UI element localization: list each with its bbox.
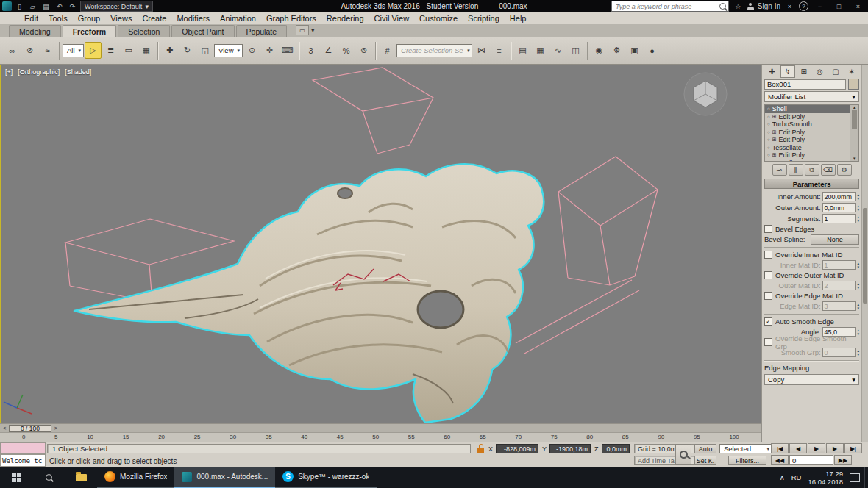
make-unique-icon[interactable]: ⧉	[805, 164, 819, 176]
scroll-thumb[interactable]	[863, 208, 867, 304]
angle-snap-icon[interactable]: ∠	[320, 42, 337, 59]
time-slider[interactable]: < 0 / 100 >	[0, 423, 761, 432]
minimize-button[interactable]: −	[812, 1, 828, 12]
spinner-icon[interactable]: ▴▾	[858, 349, 860, 356]
display-tab-icon[interactable]: ▢	[828, 65, 844, 78]
close-button[interactable]: ×	[850, 1, 866, 12]
redo-icon[interactable]: ↷	[67, 1, 78, 11]
viewport[interactable]: [+] [Orthographic] [Shaded]	[0, 65, 761, 423]
unlink-selection-icon[interactable]: ⊘	[21, 42, 38, 59]
remove-modifier-icon[interactable]: ⌫	[821, 164, 836, 176]
named-selection-combobox[interactable]: Create Selection Se▾	[396, 44, 472, 57]
key-filters-button[interactable]: Filters...	[728, 456, 766, 465]
ribbon-tab-populate[interactable]: Populate	[236, 25, 287, 37]
menu-animation[interactable]: Animation	[215, 14, 261, 23]
modifier-row[interactable]: ○⊞Edit Poly	[765, 136, 850, 144]
modifier-row[interactable]: ○⊞Edit Poly	[765, 113, 850, 121]
spinner-icon[interactable]: ▴▾	[858, 204, 860, 211]
menu-create[interactable]: Create	[137, 14, 171, 23]
menu-graph-editors[interactable]: Graph Editors	[261, 14, 321, 23]
panel-scrollbar[interactable]	[861, 65, 868, 442]
ribbon-minimize-icon[interactable]: ▭	[296, 25, 309, 35]
visibility-bulb-icon[interactable]: ○	[767, 137, 770, 142]
viewport-menu-pov[interactable]: [Orthographic]	[18, 68, 60, 76]
model-mask[interactable]	[74, 164, 544, 423]
menu-tools[interactable]: Tools	[43, 14, 73, 23]
viewport-menu-general[interactable]: [+]	[5, 68, 13, 76]
modify-tab-icon[interactable]: ↯	[780, 65, 796, 78]
x-coordinate-field[interactable]: -828,009m	[496, 444, 538, 453]
selection-lock-icon[interactable]	[477, 448, 484, 453]
viewport-canvas[interactable]	[1, 65, 761, 423]
spinner-icon[interactable]: ▴▾	[858, 193, 860, 200]
new-scene-icon[interactable]: ▯	[14, 1, 25, 11]
hierarchy-tab-icon[interactable]: ⊞	[796, 65, 811, 78]
open-file-icon[interactable]: ▱	[27, 1, 38, 11]
menu-views[interactable]: Views	[105, 14, 137, 23]
motion-tab-icon[interactable]: ◎	[812, 65, 828, 78]
menu-scripting[interactable]: Scripting	[463, 14, 505, 23]
visibility-bulb-icon[interactable]: ○	[767, 161, 770, 162]
start-button[interactable]	[0, 467, 32, 488]
align-icon[interactable]: ≡	[491, 42, 508, 59]
auto-smooth-checkbox[interactable]: ✓	[764, 317, 772, 326]
modifier-list-dropdown[interactable]: Modifier List ▾	[764, 91, 859, 102]
spinner-icon[interactable]: ▴▾	[858, 215, 860, 222]
tray-chevron-icon[interactable]: ∧	[780, 473, 785, 481]
select-and-move-icon[interactable]: ✚	[161, 42, 178, 59]
maximize-button[interactable]: □	[831, 1, 847, 12]
select-object-icon[interactable]: ▷	[85, 42, 102, 59]
set-key-button[interactable]: Set K.	[694, 456, 716, 465]
spinner-snap-icon[interactable]: ⊚	[355, 42, 372, 59]
modifier-row[interactable]: ○⊞Edit Poly	[765, 151, 850, 159]
render-setup-icon[interactable]: ⚙	[608, 42, 625, 59]
app-logo-icon[interactable]	[2, 1, 12, 11]
snap-toggle-icon[interactable]: 3	[302, 42, 319, 59]
sign-in-link[interactable]: Sign In	[758, 2, 780, 10]
select-and-link-icon[interactable]: ∞	[4, 42, 21, 59]
visibility-bulb-icon[interactable]: ○	[767, 130, 770, 134]
use-pivot-center-icon[interactable]: ⊙	[243, 42, 260, 59]
parameters-rollout-header[interactable]: − Parameters	[764, 179, 859, 189]
modifier-row[interactable]: ○⊞Edit Poly	[765, 129, 850, 137]
help-icon[interactable]: ?	[799, 1, 808, 11]
viewport-menu-shading[interactable]: [Shaded]	[65, 68, 91, 76]
menu-edit[interactable]: Edit	[19, 14, 43, 23]
reference-coordinate-dropdown[interactable]: View▾	[214, 44, 243, 57]
inner-amount-field[interactable]: 200,0mm	[822, 192, 856, 201]
taskbar-clock[interactable]: 17:29 16.04.2018	[808, 470, 843, 486]
curve-editor-icon[interactable]: ∿	[549, 42, 566, 59]
z-coordinate-field[interactable]: 0,0mm	[602, 444, 630, 453]
select-and-scale-icon[interactable]: ◱	[196, 42, 213, 59]
utilities-tab-icon[interactable]: ✶	[844, 65, 859, 78]
chevron-down-icon[interactable]: ▾	[311, 26, 315, 34]
ribbon-tab-object-paint[interactable]: Object Paint	[171, 25, 234, 37]
maxscript-mini-listener[interactable]: Welcome tc	[0, 454, 46, 467]
current-frame-field[interactable]: 0	[789, 455, 833, 465]
go-to-end-button[interactable]: ▶|	[844, 443, 862, 453]
bevel-spline-button[interactable]: None	[811, 234, 859, 245]
segments-field[interactable]: 1	[822, 214, 856, 223]
ribbon-toggle-icon[interactable]: ▦	[532, 42, 549, 59]
action-center-icon[interactable]	[850, 473, 860, 482]
visibility-bulb-icon[interactable]: ○	[767, 146, 770, 150]
visibility-bulb-icon[interactable]: ○	[767, 115, 770, 119]
ribbon-tab-modeling[interactable]: Modeling	[9, 25, 61, 37]
menu-rendering[interactable]: Rendering	[321, 14, 369, 23]
configure-sets-icon[interactable]: ⚙	[837, 164, 852, 176]
y-coordinate-field[interactable]: -1900,18m	[549, 444, 591, 453]
auto-key-button[interactable]: Auto	[694, 444, 716, 453]
visibility-bulb-icon[interactable]: ○	[767, 122, 770, 126]
selection-set-key-dropdown[interactable]: Selected▾	[719, 444, 772, 453]
menu-customize[interactable]: Customize	[414, 14, 463, 23]
mirror-icon[interactable]: ⋈	[473, 42, 490, 59]
selection-region-icon[interactable]: ▭	[120, 42, 137, 59]
create-tab-icon[interactable]: ✚	[764, 65, 780, 78]
spinner-icon[interactable]: ▴▾	[858, 262, 860, 268]
layer-manager-icon[interactable]: ▤	[514, 42, 531, 59]
ribbon-tab-freeform[interactable]: Freeform	[63, 25, 117, 37]
help-search-box[interactable]	[611, 1, 729, 12]
select-and-manipulate-icon[interactable]: ✛	[261, 42, 278, 59]
spinner-icon[interactable]: ▴▾	[858, 282, 860, 289]
time-slider-next-icon[interactable]: >	[52, 425, 60, 432]
